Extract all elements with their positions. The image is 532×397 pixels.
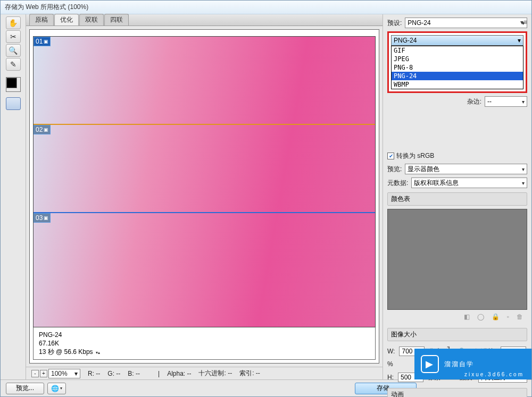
slice-badge-2[interactable]: 02▣	[34, 125, 51, 134]
matte-label: 杂边:	[467, 97, 481, 106]
format-option-png24[interactable]: PNG-24	[392, 72, 523, 80]
file-info: PNG-24 67.16K 13 秒 @ 56.6 Kbps ▾▴	[33, 327, 376, 360]
new-color-icon[interactable]: ▫	[507, 313, 509, 320]
width-label: W:	[387, 348, 395, 355]
status-r: R: --	[88, 370, 100, 377]
format-dropdown-highlight: PNG-24 ▾ GIF JPEG PNG-8 PNG-24 WBMP	[387, 31, 527, 93]
settings-panel: ▾≡ 预设: PNG-24 ▾ PNG-24 ▾ GIF JPEG PNG-8 …	[383, 14, 531, 379]
tab-4up[interactable]: 四联	[104, 14, 129, 26]
slice-icon: ▣	[44, 127, 48, 132]
slice-line-1	[34, 124, 375, 125]
color-table-title: 颜色表	[387, 192, 527, 206]
save-for-web-dialog: 存储为 Web 所用格式 (100%) ✋ ✂ 🔍 ✎ 原稿 优化 双联 四联	[0, 0, 532, 397]
status-alpha: Alpha: --	[167, 370, 191, 377]
matte-row: 杂边: -- ▾	[387, 96, 527, 107]
tool-column: ✋ ✂ 🔍 ✎	[1, 14, 26, 379]
convert-srgb-label: 转换为 sRGB	[396, 151, 434, 161]
chevron-down-icon: ▾	[518, 37, 521, 44]
slice-icon: ▣	[44, 39, 48, 44]
watermark: ▶ 溜溜自学 zixue.3d66.com	[414, 349, 531, 379]
globe-icon: 🌐	[51, 385, 59, 392]
color-table-icons: ◧ ◯ 🔒 ▫ 🗑	[387, 310, 527, 324]
percent-unit: %	[387, 360, 393, 368]
info-format: PNG-24	[39, 331, 370, 339]
tab-optimized[interactable]: 优化	[54, 14, 79, 26]
preset-label: 预设:	[387, 19, 402, 28]
zoom-tool-icon[interactable]: 🔍	[6, 44, 21, 57]
format-option-jpeg[interactable]: JPEG	[392, 55, 523, 63]
color-swatch[interactable]	[6, 77, 21, 92]
statusbar: - + 100% ▾ R: -- G: -- B: -- | Alpha: --…	[26, 367, 383, 379]
zoom-control: - + 100% ▾	[31, 369, 80, 378]
ct-icon-1[interactable]: ◧	[464, 313, 470, 320]
play-icon: ▶	[421, 355, 439, 373]
preview-label: 预览:	[387, 165, 402, 174]
preview-button[interactable]: 预览...	[6, 383, 44, 394]
height-label: H:	[387, 374, 394, 381]
ct-icon-2[interactable]: ◯	[477, 313, 484, 320]
image-size-title: 图像大小	[387, 328, 527, 341]
slice-badge-1[interactable]: 01▣	[34, 37, 51, 46]
preset-row: 预设: PNG-24 ▾	[387, 18, 527, 28]
tab-2up[interactable]: 双联	[79, 14, 104, 26]
status-g: G: --	[107, 370, 120, 377]
matte-select[interactable]: -- ▾	[485, 96, 527, 107]
format-dropdown-list: GIF JPEG PNG-8 PNG-24 WBMP	[391, 46, 523, 89]
info-size: 67.16K	[39, 339, 370, 348]
status-index: 索引: --	[239, 369, 260, 378]
preview-tabs: 原稿 优化 双联 四联	[26, 14, 383, 26]
panel-menu-icon[interactable]: ▾≡	[520, 19, 527, 26]
eyedropper-tool-icon[interactable]: ✎	[6, 58, 21, 71]
convert-srgb-checkbox[interactable]: ✔	[387, 153, 394, 159]
zoom-in-button[interactable]: +	[40, 370, 47, 377]
browser-preview-button[interactable]: 🌐 ▾	[47, 383, 66, 394]
chevron-down-icon: ▾	[522, 166, 525, 172]
preview-image[interactable]: 01▣ 02▣ 03▣	[33, 36, 376, 327]
center-column: 原稿 优化 双联 四联 01▣ 02▣	[26, 14, 383, 379]
format-option-gif[interactable]: GIF	[392, 46, 523, 55]
chevron-down-icon: ▾	[60, 386, 62, 391]
window-title: 存储为 Web 所用格式 (100%)	[5, 3, 88, 12]
status-hex: 十六进制: --	[198, 369, 232, 378]
canvas-frame: 01▣ 02▣ 03▣ PNG-24 67.16K	[29, 29, 379, 364]
canvas-wrap: 01▣ 02▣ 03▣ PNG-24 67.16K	[26, 26, 383, 367]
format-select[interactable]: PNG-24 ▾	[391, 35, 523, 46]
format-option-png8[interactable]: PNG-8	[392, 63, 523, 72]
watermark-sub: zixue.3d66.com	[464, 371, 524, 377]
slice-line-2	[34, 212, 375, 213]
toggle-slice-visibility-icon[interactable]	[6, 97, 21, 110]
preview-select[interactable]: 显示器颜色 ▾	[405, 164, 527, 174]
chevron-down-icon: ▾	[522, 180, 525, 186]
lock-icon[interactable]: 🔒	[492, 313, 500, 320]
zoom-select[interactable]: 100% ▾	[48, 369, 80, 378]
preset-select[interactable]: PNG-24 ▾	[405, 18, 527, 28]
metadata-select[interactable]: 版权和联系信息 ▾	[411, 178, 527, 188]
chevron-down-icon: ▾	[522, 99, 525, 105]
slice-icon: ▣	[44, 215, 48, 221]
body: ✋ ✂ 🔍 ✎ 原稿 优化 双联 四联 01▣	[1, 14, 531, 379]
slice-badge-3[interactable]: 03▣	[34, 213, 51, 223]
watermark-text: 溜溜自学	[444, 360, 474, 369]
slice-select-tool-icon[interactable]: ✂	[6, 30, 21, 43]
tab-original[interactable]: 原稿	[29, 14, 54, 26]
titlebar: 存储为 Web 所用格式 (100%)	[1, 1, 531, 14]
zoom-out-button[interactable]: -	[31, 370, 39, 377]
trash-icon[interactable]: 🗑	[517, 313, 523, 320]
format-option-wbmp[interactable]: WBMP	[392, 80, 523, 89]
srgb-row: ✔ 转换为 sRGB	[387, 151, 527, 161]
chevron-down-icon: ▾	[74, 370, 78, 377]
hand-tool-icon[interactable]: ✋	[6, 16, 21, 29]
metadata-label: 元数据:	[387, 179, 408, 188]
speed-menu-icon[interactable]: ▾▴	[96, 350, 100, 355]
color-table	[387, 209, 527, 310]
status-b: B: --	[128, 370, 140, 377]
info-speed: 13 秒 @ 56.6 Kbps	[39, 348, 93, 356]
animation-title: 动画	[387, 388, 527, 397]
